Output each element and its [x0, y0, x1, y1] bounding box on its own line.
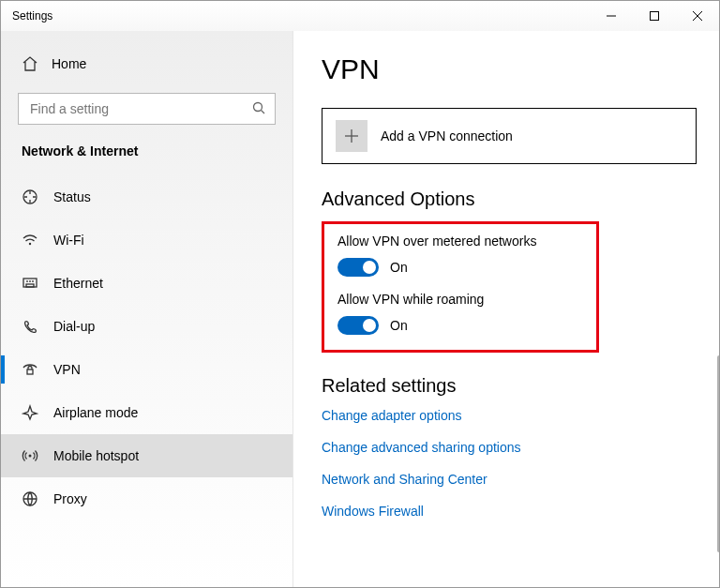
vpn-icon — [22, 361, 38, 378]
window-title: Settings — [12, 9, 52, 23]
sidebar-item-label: Dial-up — [53, 319, 95, 334]
toggle-label: Allow VPN while roaming — [338, 292, 583, 307]
search-input[interactable] — [18, 93, 276, 125]
sidebar-item-airplane[interactable]: Airplane mode — [1, 391, 292, 434]
link-windows-firewall[interactable]: Windows Firewall — [322, 504, 700, 519]
close-icon — [693, 11, 702, 21]
sidebar-item-label: Airplane mode — [53, 405, 138, 420]
main-panel: VPN Add a VPN connection Advanced Option… — [293, 31, 719, 588]
sidebar-item-label: Wi-Fi — [53, 233, 84, 248]
hotspot-icon — [22, 447, 38, 464]
page-title: VPN — [322, 53, 700, 85]
toggle-label: Allow VPN over metered networks — [338, 234, 583, 249]
related-links: Change adapter options Change advanced s… — [322, 408, 700, 528]
svg-rect-1 — [651, 12, 659, 21]
svg-point-4 — [254, 102, 262, 111]
sidebar-item-label: Proxy — [53, 491, 87, 506]
search-icon — [252, 101, 265, 117]
add-vpn-label: Add a VPN connection — [381, 128, 513, 143]
toggle-state: On — [390, 260, 408, 275]
close-button[interactable] — [676, 1, 719, 31]
svg-rect-13 — [27, 369, 33, 374]
dialup-icon — [22, 318, 38, 335]
sidebar-item-dialup[interactable]: Dial-up — [1, 305, 292, 348]
link-adapter-options[interactable]: Change adapter options — [322, 408, 700, 423]
sidebar: Home Network & Internet Status — [1, 31, 293, 588]
link-network-center[interactable]: Network and Sharing Center — [322, 472, 700, 487]
svg-point-7 — [29, 243, 31, 245]
titlebar: Settings — [1, 1, 719, 31]
related-settings-heading: Related settings — [322, 375, 700, 397]
toggle-metered: Allow VPN over metered networks On — [338, 234, 583, 277]
toggle-switch-roaming[interactable] — [338, 316, 379, 335]
svg-rect-8 — [23, 279, 37, 287]
home-label: Home — [52, 56, 86, 71]
status-icon — [22, 188, 38, 205]
sidebar-item-vpn[interactable]: VPN — [1, 348, 292, 391]
sidebar-item-hotspot[interactable]: Mobile hotspot — [1, 434, 292, 477]
ethernet-icon — [22, 275, 38, 292]
search-field[interactable] — [28, 100, 252, 117]
sidebar-item-label: Ethernet — [53, 276, 103, 291]
nav-list: Status Wi-Fi Ethernet Dial-up — [1, 175, 292, 520]
sidebar-item-label: Status — [53, 189, 91, 204]
window-controls — [590, 1, 719, 31]
svg-rect-9 — [26, 284, 34, 287]
category-header: Network & Internet — [1, 143, 292, 175]
home-icon — [22, 55, 38, 72]
maximize-icon — [650, 11, 659, 21]
minimize-button[interactable] — [590, 1, 633, 31]
toggle-switch-metered[interactable] — [338, 258, 379, 277]
sidebar-item-label: Mobile hotspot — [53, 448, 139, 463]
wifi-icon — [22, 232, 38, 249]
plus-icon — [336, 120, 368, 152]
highlighted-region: Allow VPN over metered networks On Allow… — [322, 221, 599, 353]
toggle-roaming: Allow VPN while roaming On — [338, 292, 583, 335]
sidebar-item-proxy[interactable]: Proxy — [1, 477, 292, 520]
maximize-button[interactable] — [633, 1, 676, 31]
sidebar-item-label: VPN — [53, 362, 81, 377]
minimize-icon — [607, 11, 616, 21]
svg-point-14 — [29, 455, 32, 458]
sidebar-item-ethernet[interactable]: Ethernet — [1, 262, 292, 305]
sidebar-item-wifi[interactable]: Wi-Fi — [1, 219, 292, 262]
link-sharing-options[interactable]: Change advanced sharing options — [322, 440, 700, 455]
proxy-icon — [22, 490, 38, 507]
home-button[interactable]: Home — [1, 48, 292, 80]
advanced-options-heading: Advanced Options — [322, 188, 700, 210]
toggle-state: On — [390, 318, 408, 333]
add-vpn-button[interactable]: Add a VPN connection — [322, 108, 697, 164]
svg-line-5 — [262, 110, 265, 113]
airplane-icon — [22, 404, 38, 421]
sidebar-item-status[interactable]: Status — [1, 175, 292, 219]
